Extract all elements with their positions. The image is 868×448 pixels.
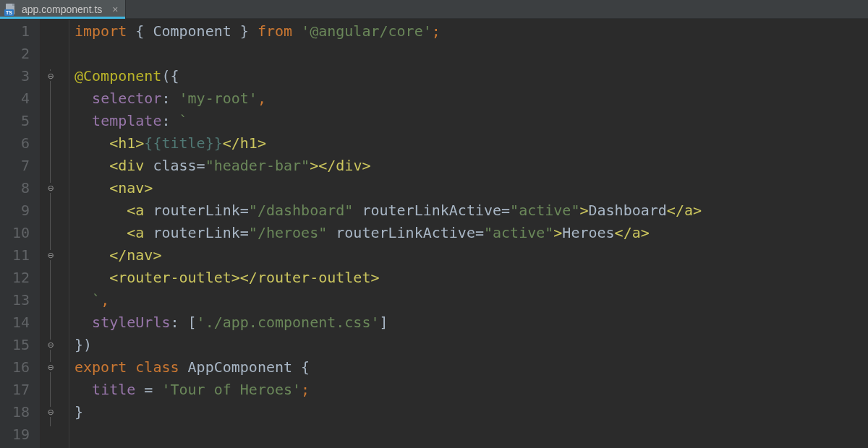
line-number: 5 <box>0 110 30 132</box>
fold-toggle-icon[interactable]: ⊖ <box>46 407 56 417</box>
code-line[interactable]: <h1>{{title}}</h1> <box>69 132 868 155</box>
code-line[interactable]: <a routerLink="/heroes" routerLinkActive… <box>69 222 868 244</box>
line-number: 4 <box>0 87 30 110</box>
code-line[interactable]: selector: 'my-root', <box>69 87 868 110</box>
line-number: 16 <box>0 356 30 379</box>
line-number: 12 <box>0 267 30 289</box>
code-line[interactable]: title = 'Tour of Heroes'; <box>69 379 868 401</box>
code-line[interactable]: } <box>69 401 868 423</box>
line-number: 10 <box>0 222 30 244</box>
code-area[interactable]: import { Component } from '@angular/core… <box>69 19 868 448</box>
line-number: 13 <box>0 289 30 311</box>
line-number: 18 <box>0 401 30 423</box>
code-line[interactable]: <div class="header-bar"></div> <box>69 155 868 177</box>
code-editor[interactable]: 1 2 3 4 5 6 7 8 9 10 11 12 13 14 15 16 1… <box>0 19 868 448</box>
line-number: 7 <box>0 155 30 177</box>
code-line[interactable]: template: ` <box>69 110 868 132</box>
code-line[interactable]: <nav> <box>69 177 868 199</box>
fold-toggle-icon[interactable]: ⊖ <box>46 362 56 372</box>
line-number: 1 <box>0 20 30 43</box>
code-line[interactable]: @Component({ <box>69 65 868 87</box>
line-number: 2 <box>0 43 30 65</box>
line-number: 3 <box>0 65 30 87</box>
line-number: 14 <box>0 311 30 334</box>
svg-text:TS: TS <box>6 10 12 15</box>
tab-app-component[interactable]: TS app.component.ts × <box>0 0 126 18</box>
code-line[interactable]: `, <box>69 289 868 311</box>
line-number: 11 <box>0 244 30 267</box>
line-number: 19 <box>0 423 30 446</box>
fold-toggle-icon[interactable]: ⊖ <box>46 250 56 260</box>
svg-rect-1 <box>12 4 14 6</box>
code-line[interactable]: }) <box>69 334 868 356</box>
code-line[interactable]: <a routerLink="/dashboard" routerLinkAct… <box>69 199 868 222</box>
line-number: 17 <box>0 379 30 401</box>
gutter: 1 2 3 4 5 6 7 8 9 10 11 12 13 14 15 16 1… <box>0 19 40 448</box>
fold-toggle-icon[interactable]: ⊖ <box>46 340 56 350</box>
code-line[interactable]: <router-outlet></router-outlet> <box>69 267 868 289</box>
tab-bar: TS app.component.ts × <box>0 0 868 19</box>
code-line[interactable] <box>69 43 868 65</box>
line-number: 9 <box>0 199 30 222</box>
line-number: 15 <box>0 334 30 356</box>
typescript-file-icon: TS <box>4 3 17 16</box>
code-line[interactable]: export class AppComponent { <box>69 356 868 379</box>
code-line[interactable]: </nav> <box>69 244 868 267</box>
fold-gutter: ⊖ ⊖ ⊖ ⊖ ⊖ ⊖ <box>40 19 69 448</box>
code-line[interactable]: import { Component } from '@angular/core… <box>69 20 868 43</box>
fold-toggle-icon[interactable]: ⊖ <box>46 71 56 81</box>
code-line[interactable]: styleUrls: ['./app.component.css'] <box>69 311 868 334</box>
line-number: 8 <box>0 177 30 199</box>
fold-toggle-icon[interactable]: ⊖ <box>46 183 56 193</box>
close-icon[interactable]: × <box>112 4 118 15</box>
line-number: 6 <box>0 132 30 155</box>
tab-filename: app.component.ts <box>22 4 102 15</box>
code-line[interactable] <box>69 423 868 446</box>
